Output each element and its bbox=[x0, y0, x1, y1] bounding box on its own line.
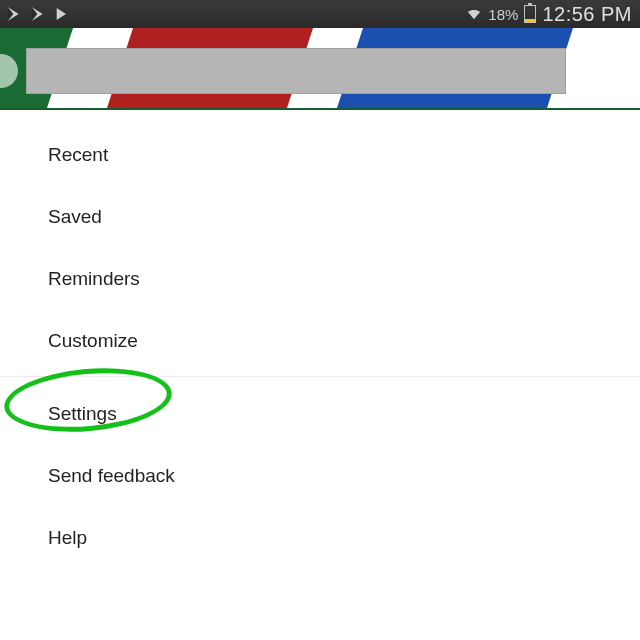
clock: 12:56 PM bbox=[542, 3, 632, 26]
status-bar: 18% 12:56 PM bbox=[0, 0, 640, 28]
menu-item-reminders[interactable]: Reminders bbox=[0, 248, 640, 310]
menu-item-saved[interactable]: Saved bbox=[0, 186, 640, 248]
wifi-icon bbox=[466, 6, 482, 22]
battery-icon bbox=[524, 5, 536, 23]
menu-item-help[interactable]: Help bbox=[0, 507, 640, 569]
app-header bbox=[0, 28, 640, 110]
menu-item-label: Saved bbox=[48, 206, 102, 227]
account-avatar[interactable] bbox=[0, 48, 24, 94]
menu-item-label: Help bbox=[48, 527, 87, 548]
play-store-icon bbox=[6, 6, 22, 22]
play-store-icon bbox=[30, 6, 46, 22]
menu-item-recent[interactable]: Recent bbox=[0, 124, 640, 186]
divider bbox=[0, 376, 640, 377]
play-store-icon bbox=[54, 6, 70, 22]
menu-item-label: Customize bbox=[48, 330, 138, 351]
menu-item-label: Send feedback bbox=[48, 465, 175, 486]
menu-item-label: Settings bbox=[48, 403, 117, 424]
menu-item-send-feedback[interactable]: Send feedback bbox=[0, 445, 640, 507]
battery-percent: 18% bbox=[488, 6, 518, 23]
search-input[interactable] bbox=[26, 48, 566, 94]
nav-drawer-menu: Recent Saved Reminders Customize Setting… bbox=[0, 110, 640, 569]
menu-item-customize[interactable]: Customize bbox=[0, 310, 640, 372]
menu-item-label: Recent bbox=[48, 144, 108, 165]
menu-item-label: Reminders bbox=[48, 268, 140, 289]
menu-item-settings[interactable]: Settings bbox=[0, 383, 640, 445]
account-dropdown-icon[interactable] bbox=[602, 68, 616, 76]
